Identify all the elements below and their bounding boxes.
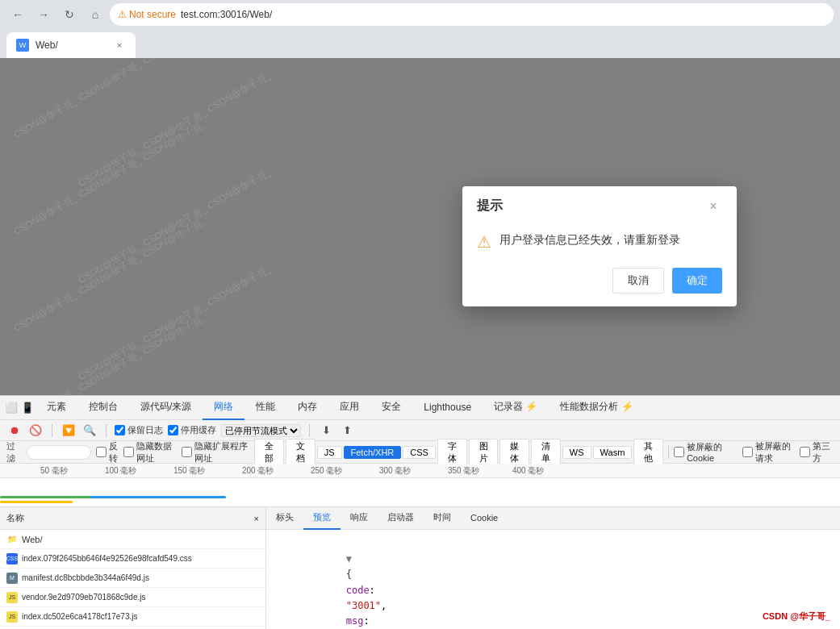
devtools-tabs: ⬜ 📱 元素 控制台 源代码/来源 网络 性能 内存 应用 安全 Lightho…: [0, 396, 840, 420]
divider: [668, 446, 669, 459]
tick-100ms: 100 毫秒: [105, 465, 136, 477]
warning-icon: ⚠: [477, 232, 491, 252]
filter-img[interactable]: 图片: [469, 439, 499, 466]
devtools-inspect-icon[interactable]: ⬜: [3, 400, 19, 416]
cancel-button[interactable]: 取消: [612, 268, 664, 294]
dialog-body: ⚠ 用户登录信息已经失效，请重新登录: [462, 223, 737, 268]
disable-cache-checkbox[interactable]: 停用缓存: [168, 424, 216, 436]
filter-ws[interactable]: WS: [562, 446, 591, 459]
dialog-close-button[interactable]: ×: [704, 198, 721, 215]
css-icon: CSS: [6, 553, 18, 564]
csdn-watermark: CSDN @华子哥_: [763, 610, 830, 623]
blocked-cookies-checkbox[interactable]: 被屏蔽的 Cookie: [674, 441, 741, 463]
close-file-list[interactable]: ×: [254, 514, 259, 523]
filter-button[interactable]: 🔽: [61, 423, 77, 439]
filter-js[interactable]: JS: [317, 446, 342, 459]
tick-300ms: 300 毫秒: [379, 465, 411, 477]
filter-all[interactable]: 全部: [254, 439, 284, 466]
file-name: manifest.dc8bcbbde3b344a6f49d.js: [22, 573, 149, 582]
tick-400ms: 400 毫秒: [512, 465, 544, 477]
tick-250ms: 250 毫秒: [311, 465, 342, 477]
tick-200ms: 200 毫秒: [242, 465, 274, 477]
divider: [52, 424, 52, 437]
tab-application[interactable]: 应用: [328, 396, 370, 420]
hide-data-urls-checkbox[interactable]: 隐藏数据网址: [123, 440, 180, 464]
reload-button[interactable]: ↻: [58, 3, 81, 26]
js-icon: JS: [6, 592, 18, 603]
file-name: index.dc502e6ca4178cf17e73.js: [22, 612, 137, 621]
divider: [309, 424, 310, 437]
tab-close-button[interactable]: ×: [113, 39, 126, 52]
filter-other[interactable]: 其他: [633, 439, 663, 466]
lock-icon: ⚠: [118, 9, 127, 20]
dialog-box: 提示 × ⚠ 用户登录信息已经失效，请重新登录 取消 确定: [462, 186, 737, 306]
browser-titlebar: ← → ↻ ⌂ ⚠ Not secure test.com:30016/Web/: [0, 0, 840, 29]
tab-response[interactable]: 响应: [341, 507, 378, 530]
forward-button[interactable]: →: [32, 3, 55, 26]
tab-memory[interactable]: 内存: [286, 396, 328, 420]
filter-font[interactable]: 字体: [437, 439, 467, 466]
tab-perf-insights[interactable]: 性能数据分析 ⚡: [549, 396, 644, 420]
invert-checkbox[interactable]: 反转: [96, 440, 122, 464]
json-line-1: ▼ { code: "3001", msg: "会话超时", data: {} …: [276, 536, 830, 629]
tab-cookie[interactable]: Cookie: [461, 507, 508, 530]
not-secure-label: Not secure: [129, 9, 176, 20]
tab-sources[interactable]: 源代码/来源: [129, 396, 203, 420]
filter-wasm[interactable]: Wasm: [593, 446, 633, 459]
address-bar[interactable]: ⚠ Not secure test.com:30016/Web/: [110, 3, 834, 26]
tick-50ms: 50 毫秒: [40, 465, 68, 477]
tab-recorder[interactable]: 记录器 ⚡: [483, 396, 549, 420]
filter-fetch-xhr[interactable]: Fetch/XHR: [344, 446, 402, 459]
record-button[interactable]: ⏺: [6, 423, 23, 439]
filter-media[interactable]: 媒体: [499, 439, 529, 466]
devtools-panel: ⬜ 📱 元素 控制台 源代码/来源 网络 性能 内存 应用 安全 Lightho…: [0, 395, 840, 629]
filter-manifest[interactable]: 清单: [531, 439, 561, 466]
list-item[interactable]: M manifest.dc8bcbbde3b344a6f49d.js: [0, 569, 265, 588]
dialog-message: 用户登录信息已经失效，请重新登录: [499, 231, 680, 248]
filter-input[interactable]: [27, 445, 91, 460]
network-toolbar: ⏺ 🚫 🔽 🔍 保留日志 停用缓存 已停用节流模式 ⬇ ⬆: [0, 420, 840, 441]
preserve-log-checkbox[interactable]: 保留日志: [115, 424, 163, 436]
third-party-checkbox[interactable]: 第三方: [800, 440, 834, 464]
tab-performance[interactable]: 性能: [244, 396, 286, 420]
tab-console[interactable]: 控制台: [77, 396, 129, 420]
list-item[interactable]: JS index.dc502e6ca4178cf17e73.js: [0, 607, 265, 627]
blocked-requests-checkbox[interactable]: 被屏蔽的请求: [742, 440, 799, 464]
filter-doc[interactable]: 文档: [286, 439, 316, 466]
tab-elements[interactable]: 元素: [36, 396, 77, 420]
tab-headers[interactable]: 标头: [266, 507, 303, 530]
list-item[interactable]: JS vendor.9e2d9709eb701868c9de.js: [0, 588, 265, 607]
search-button[interactable]: 🔍: [81, 423, 98, 439]
home-button[interactable]: ⌂: [84, 3, 107, 26]
tab-timing[interactable]: 时间: [424, 507, 461, 530]
file-name: index.079f2645bb646f4e92526e98fcafd549.c…: [22, 554, 192, 563]
folder-icon: 📁: [6, 534, 18, 545]
clear-button[interactable]: 🚫: [27, 423, 44, 439]
col-name: 名称: [6, 512, 24, 524]
tab-security[interactable]: 安全: [370, 396, 412, 420]
devtools-body: 名称 × 📁 Web/ CSS index.079f2645bb646f4e92…: [0, 507, 840, 629]
tab-network[interactable]: 网络: [203, 396, 244, 420]
details-panel: 标头 预览 响应 启动器 时间 Cookie ▼ { code: "3001",…: [266, 507, 840, 629]
tab-preview[interactable]: 预览: [303, 507, 341, 530]
tab-lighthouse[interactable]: Lighthouse: [412, 396, 483, 420]
throttle-select[interactable]: 已停用节流模式: [221, 424, 301, 437]
filter-type-bar: 过滤 反转 隐藏数据网址 隐藏扩展程序网址 全部 文档 JS Fetch/XHR…: [0, 441, 840, 464]
tick-350ms: 350 毫秒: [448, 465, 479, 477]
list-item[interactable]: CSS index.079f2645bb646f4e92526e98fcafd5…: [0, 549, 265, 569]
dialog-header: 提示 ×: [462, 186, 737, 223]
hide-extension-urls-checkbox[interactable]: 隐藏扩展程序网址: [182, 440, 253, 464]
file-name: vendor.9e2d9709eb701868c9de.js: [22, 593, 145, 602]
timeline-ruler: 50 毫秒 100 毫秒 150 毫秒 200 毫秒 250 毫秒 300 毫秒…: [0, 464, 840, 478]
devtools-device-icon[interactable]: 📱: [19, 400, 36, 416]
browser-tab[interactable]: W Web/ ×: [6, 32, 136, 58]
browser-tabs: W Web/ ×: [0, 29, 840, 58]
import-button[interactable]: ⬇: [318, 423, 334, 439]
tab-initiator[interactable]: 启动器: [378, 507, 424, 530]
back-button[interactable]: ←: [6, 3, 29, 26]
network-timeline: [0, 478, 840, 507]
confirm-button[interactable]: 确定: [672, 268, 722, 294]
export-button[interactable]: ⬆: [339, 423, 355, 439]
filter-css[interactable]: CSS: [403, 446, 436, 459]
list-item[interactable]: 📁 Web/: [0, 530, 265, 549]
